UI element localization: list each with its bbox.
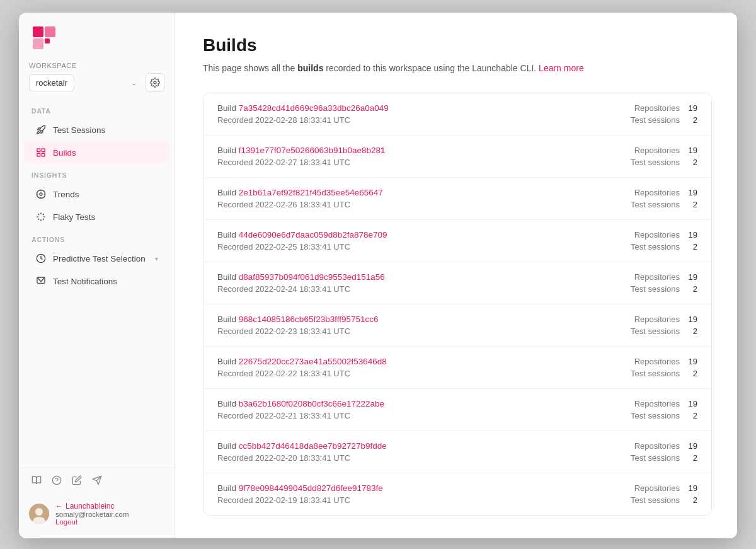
sidebar-item-predictive[interactable]: Predictive Test Selection ▾ — [24, 248, 169, 269]
logo — [19, 13, 175, 62]
build-item: Build 9f78e0984499045dd827d6fee91783fe R… — [203, 473, 711, 515]
build-label: Build f1391e77f07e50266063b91b0ae8b281 — [217, 146, 571, 155]
repositories-label: Repositories — [634, 103, 680, 113]
edit-icon[interactable] — [72, 475, 82, 488]
build-label: Build d8af85937b094f061d9c9553ed151a56 — [217, 272, 571, 282]
sidebar-item-flaky-tests[interactable]: Flaky Tests — [24, 206, 169, 228]
repositories-value: 19 — [685, 103, 697, 113]
build-link[interactable]: d8af85937b094f061d9c9553ed151a56 — [239, 272, 385, 282]
repositories-label: Repositories — [634, 399, 680, 408]
rocket-icon — [35, 124, 47, 136]
builds-list: Build 7a35428cd41d669c96a33dbc26a0a049 R… — [203, 93, 712, 516]
build-label: Build 9f78e0984499045dd827d6fee91783fe — [217, 483, 571, 493]
test-sessions-value: 2 — [685, 327, 697, 336]
settings-button[interactable] — [146, 73, 164, 92]
actions-section-label: ACTIONS — [19, 228, 175, 247]
svg-line-17 — [38, 214, 39, 215]
builds-icon — [35, 147, 47, 158]
test-sessions-label: Test sessions — [631, 453, 680, 463]
build-test-sessions: Test sessions 2 — [631, 200, 697, 209]
repositories-label: Repositories — [634, 188, 680, 197]
test-sessions-value: 2 — [685, 115, 697, 125]
builds-label: Builds — [53, 148, 76, 158]
svg-rect-0 — [33, 26, 43, 37]
page-description: This page shows all the builds recorded … — [203, 62, 712, 75]
build-link[interactable]: 968c14085186cb65f23b3fff95751cc6 — [239, 315, 379, 324]
test-sessions-label: Test sessions — [631, 284, 680, 294]
build-recorded: Recorded 2022-02-26 18:33:41 UTC — [217, 200, 571, 209]
learn-more-link[interactable]: Learn more — [539, 63, 584, 73]
workspace-select[interactable]: rocketair — [29, 74, 74, 91]
svg-rect-3 — [45, 38, 50, 43]
build-item: Build 7a35428cd41d669c96a33dbc26a0a049 R… — [203, 93, 711, 136]
build-right: Repositories 19 Test sessions 2 — [571, 441, 697, 463]
build-right: Repositories 19 Test sessions 2 — [571, 103, 697, 125]
user-org[interactable]: ← Launchableinc — [55, 502, 129, 511]
build-recorded: Recorded 2022-02-23 18:33:41 UTC — [217, 327, 571, 336]
sidebar-item-trends[interactable]: Trends — [24, 183, 169, 205]
repositories-label: Repositories — [634, 315, 680, 324]
build-left: Build 9f78e0984499045dd827d6fee91783fe R… — [217, 483, 571, 505]
test-sessions-value: 2 — [685, 284, 697, 294]
build-test-sessions: Test sessions 2 — [631, 284, 697, 294]
test-sessions-value: 2 — [685, 369, 697, 378]
user-email: somaly@rocketair.com — [55, 511, 129, 518]
build-test-sessions: Test sessions 2 — [631, 453, 697, 463]
build-link[interactable]: 44de6090e6d7daac059d8b2fa878e709 — [239, 230, 387, 240]
repositories-value: 19 — [685, 441, 697, 451]
test-sessions-label: Test sessions — [631, 158, 680, 167]
build-label: Build 2e1b61a7ef92f821f45d35ee54e65647 — [217, 188, 571, 197]
build-link[interactable]: 22675d220cc273ae41a55002f53646d8 — [239, 357, 387, 366]
build-link[interactable]: 7a35428cd41d669c96a33dbc26a0a049 — [239, 103, 389, 113]
build-label: Build 7a35428cd41d669c96a33dbc26a0a049 — [217, 103, 571, 113]
sidebar-item-notifications[interactable]: Test Notifications — [24, 270, 169, 292]
build-repositories: Repositories 19 — [634, 315, 697, 324]
build-repositories: Repositories 19 — [634, 483, 697, 493]
build-recorded: Recorded 2022-02-20 18:33:41 UTC — [217, 453, 571, 463]
workspace-section: Workspace rocketair — [19, 62, 175, 100]
build-link[interactable]: 2e1b61a7ef92f821f45d35ee54e65647 — [239, 188, 383, 197]
predictive-label: Predictive Test Selection — [53, 254, 146, 263]
build-repositories: Repositories 19 — [634, 103, 697, 113]
trends-icon — [35, 188, 47, 200]
build-left: Build 44de6090e6d7daac059d8b2fa878e709 R… — [217, 230, 571, 251]
sidebar-item-builds[interactable]: Builds — [24, 142, 169, 163]
build-recorded: Recorded 2022-02-21 18:33:41 UTC — [217, 411, 571, 420]
test-sessions-value: 2 — [685, 200, 697, 209]
build-link[interactable]: 9f78e0984499045dd827d6fee91783fe — [239, 483, 383, 493]
build-label: Build 44de6090e6d7daac059d8b2fa878e709 — [217, 230, 571, 240]
app-window: Workspace rocketair DATA — [19, 13, 737, 538]
build-right: Repositories 19 Test sessions 2 — [571, 357, 697, 378]
build-left: Build 22675d220cc273ae41a55002f53646d8 R… — [217, 357, 571, 378]
build-recorded: Recorded 2022-02-27 18:33:41 UTC — [217, 158, 571, 167]
user-section: ← Launchableinc somaly@rocketair.com Log… — [19, 495, 175, 528]
help-icon[interactable] — [52, 475, 62, 488]
build-recorded: Recorded 2022-02-24 18:33:41 UTC — [217, 284, 571, 294]
build-link[interactable]: f1391e77f07e50266063b91b0ae8b281 — [239, 146, 386, 155]
build-test-sessions: Test sessions 2 — [631, 495, 697, 505]
build-label: Build cc5bb427d46418da8ee7b92727b9fdde — [217, 441, 571, 451]
repositories-value: 19 — [685, 188, 697, 197]
announce-icon[interactable] — [92, 475, 102, 488]
build-repositories: Repositories 19 — [634, 441, 697, 451]
build-link[interactable]: b3a62b1680f0208b0cf3c66e17222abe — [239, 399, 384, 408]
svg-line-18 — [43, 219, 44, 220]
build-item: Build b3a62b1680f0208b0cf3c66e17222abe R… — [203, 389, 711, 431]
svg-point-10 — [40, 193, 42, 195]
docs-icon[interactable] — [32, 475, 42, 488]
avatar — [29, 504, 49, 524]
build-recorded: Recorded 2022-02-22 18:33:41 UTC — [217, 369, 571, 378]
svg-line-22 — [43, 214, 44, 215]
test-sessions-label: Test sessions — [631, 369, 680, 378]
sidebar-item-test-sessions[interactable]: Test Sessions — [24, 119, 169, 141]
build-link[interactable]: cc5bb427d46418da8ee7b92727b9fdde — [239, 441, 387, 451]
build-left: Build d8af85937b094f061d9c9553ed151a56 R… — [217, 272, 571, 294]
build-left: Build cc5bb427d46418da8ee7b92727b9fdde R… — [217, 441, 571, 463]
logout-link[interactable]: Logout — [55, 518, 129, 526]
build-repositories: Repositories 19 — [634, 230, 697, 240]
build-left: Build b3a62b1680f0208b0cf3c66e17222abe R… — [217, 399, 571, 420]
back-arrow-icon: ← — [55, 502, 63, 511]
build-right: Repositories 19 Test sessions 2 — [571, 272, 697, 294]
repositories-value: 19 — [685, 230, 697, 240]
test-sessions-value: 2 — [685, 411, 697, 420]
